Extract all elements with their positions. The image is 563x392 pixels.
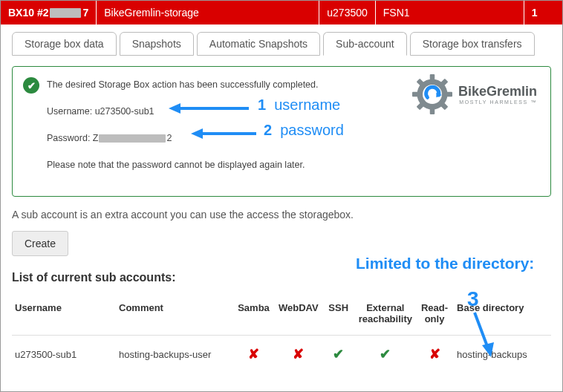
cross-icon: ✘ bbox=[293, 347, 304, 362]
password-note: Please note that the password cannot be … bbox=[47, 157, 537, 172]
top-bar: BX10 #2 7 BikeGremlin-storage u273500 FS… bbox=[1, 1, 562, 24]
cell-username: u273500-sub1 bbox=[12, 336, 116, 368]
password-label: Password: bbox=[47, 133, 90, 143]
subaccounts-table: Username Comment Samba WebDAV SSH Extern… bbox=[12, 298, 551, 367]
user-id: u273500 bbox=[327, 7, 368, 19]
tab-storage-box-transfers[interactable]: Storage box transfers bbox=[410, 32, 535, 56]
cross-icon: ✘ bbox=[429, 347, 440, 362]
logo-brand: BikeGremlin bbox=[458, 84, 537, 99]
redacted bbox=[50, 8, 81, 18]
table-row[interactable]: u273500-sub1 hosting-backups-user ✘ ✘ ✔ … bbox=[12, 336, 551, 368]
storage-name: BikeGremlin-storage bbox=[104, 7, 199, 19]
table-header-row: Username Comment Samba WebDAV SSH Extern… bbox=[12, 298, 551, 336]
col-comment: Comment bbox=[116, 298, 235, 336]
datacenter: FSN1 bbox=[383, 7, 410, 19]
svg-rect-0 bbox=[430, 74, 435, 80]
product-id-suffix: 7 bbox=[82, 7, 88, 19]
product-cell: BX10 #2 7 bbox=[1, 1, 97, 24]
col-username: Username bbox=[12, 298, 116, 336]
col-read-only: Read-only bbox=[418, 298, 454, 336]
subaccount-description: A sub account is an extra account you ca… bbox=[12, 209, 551, 220]
tab-snapshots[interactable]: Snapshots bbox=[120, 32, 194, 56]
tab-storage-box-data[interactable]: Storage box data bbox=[12, 32, 117, 56]
create-button[interactable]: Create bbox=[12, 231, 68, 256]
col-samba: Samba bbox=[235, 298, 276, 336]
username-label: Username: bbox=[47, 106, 92, 117]
gear-icon bbox=[412, 74, 452, 114]
password-line: Password: Z2 bbox=[47, 131, 537, 146]
datacenter-cell: FSN1 bbox=[376, 1, 524, 24]
col-external-reachability: External reachability bbox=[356, 298, 418, 336]
tabs-bar: Storage box data Snapshots Automatic Sna… bbox=[12, 32, 551, 56]
password-suffix: 2 bbox=[166, 133, 172, 143]
check-icon: ✔ bbox=[380, 347, 391, 362]
check-icon: ✔ bbox=[333, 347, 344, 362]
tab-sub-account[interactable]: Sub-account bbox=[323, 32, 407, 56]
col-base-directory: Base directory bbox=[454, 298, 551, 336]
storage-name-cell[interactable]: BikeGremlin-storage bbox=[97, 1, 319, 24]
username-value: u273500-sub1 bbox=[95, 106, 154, 117]
cross-icon: ✘ bbox=[248, 347, 259, 362]
logo-slogan: MOSTLY HARMLESS ™ bbox=[458, 99, 537, 105]
product-id: BX10 #2 bbox=[8, 7, 48, 19]
user-cell: u273500 bbox=[319, 1, 376, 24]
password-prefix: Z bbox=[93, 133, 99, 143]
cell-base-directory: hosting-backups bbox=[454, 336, 551, 368]
success-message-box: ✔ The desired Storage Box action has bee… bbox=[12, 66, 551, 197]
redacted bbox=[99, 134, 166, 143]
col-ssh: SSH bbox=[325, 298, 356, 336]
trailing-cell: 1 bbox=[524, 1, 542, 24]
trailing-num: 1 bbox=[532, 7, 538, 19]
tab-automatic-snapshots[interactable]: Automatic Snapshots bbox=[197, 32, 320, 56]
cell-comment: hosting-backups-user bbox=[116, 336, 235, 368]
success-check-icon: ✔ bbox=[23, 77, 39, 94]
bikegremlin-logo: BikeGremlin MOSTLY HARMLESS ™ bbox=[412, 74, 537, 114]
subaccounts-list-title: List of current sub accounts: bbox=[12, 271, 551, 284]
col-webdav: WebDAV bbox=[276, 298, 325, 336]
